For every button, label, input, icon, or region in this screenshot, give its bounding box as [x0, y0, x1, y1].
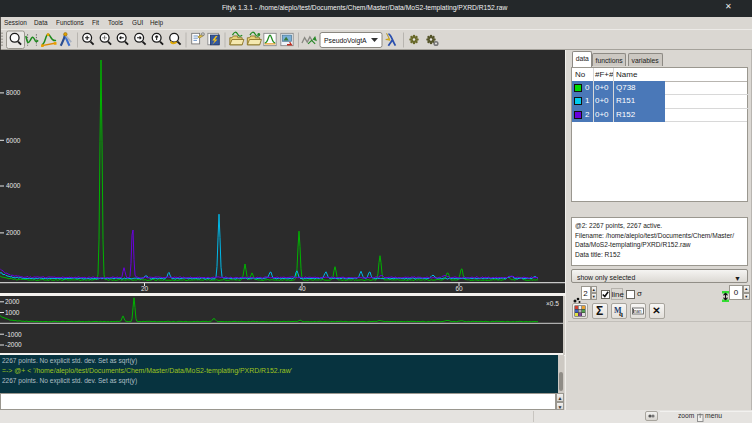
svg-text:6000: 6000	[6, 137, 21, 144]
svg-text:2000: 2000	[5, 298, 20, 305]
svg-text:q: q	[619, 310, 623, 318]
svg-text:1000: 1000	[5, 309, 20, 316]
svg-text:20: 20	[141, 285, 149, 292]
svg-text:nan: nan	[634, 309, 642, 314]
svg-text:-1000: -1000	[5, 331, 22, 338]
svg-text:2000: 2000	[6, 229, 21, 236]
svg-text:40: 40	[298, 285, 306, 292]
svg-text:PseudoVoigtA: PseudoVoigtA	[324, 35, 367, 45]
svg-text:-2000: -2000	[5, 341, 22, 348]
svg-text:8000: 8000	[6, 89, 21, 96]
svg-text:×0.5: ×0.5	[546, 300, 559, 307]
svg-text:4000: 4000	[6, 182, 21, 189]
svg-text:60: 60	[455, 285, 463, 292]
